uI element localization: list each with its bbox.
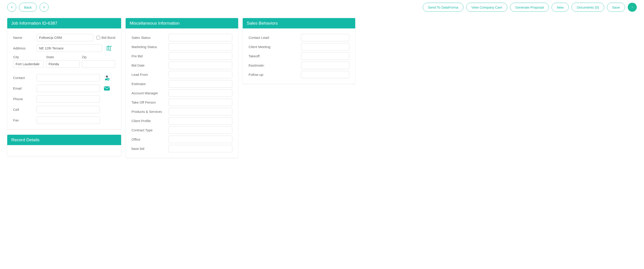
sales-status-label: Sales Status xyxy=(132,36,166,39)
pre-bid-input[interactable] xyxy=(168,52,232,60)
email-input[interactable] xyxy=(36,85,100,92)
office-label: Office xyxy=(132,137,166,141)
estimate-input[interactable] xyxy=(301,62,349,69)
job-information-title: Job Information ID-6387 xyxy=(7,18,121,28)
take-off-person-input[interactable] xyxy=(168,99,232,106)
email-icon[interactable] xyxy=(103,86,111,91)
estimate-label: Eastimate: xyxy=(248,63,298,67)
state-label: State xyxy=(46,55,80,59)
new-button[interactable]: New xyxy=(552,3,569,12)
sales-behaviors-panel: Sales Behaviors Contact Lead: Client Mee… xyxy=(243,18,355,84)
marketing-status-label: Marketing Status xyxy=(132,45,166,49)
cell-input[interactable] xyxy=(36,106,100,113)
bid-bond-checkbox[interactable] xyxy=(96,36,100,39)
lead-from-label: Lead From xyxy=(132,73,166,76)
send-dataforma-button[interactable]: Send To DataForma xyxy=(423,3,464,12)
phone-label: Phone xyxy=(13,97,34,101)
account-manager-label: Account Manager xyxy=(132,91,166,95)
follow-up-input[interactable] xyxy=(301,71,349,78)
contact-lead-label: Contact Lead: xyxy=(248,36,298,39)
add-contact-icon[interactable] xyxy=(103,75,111,81)
takeoff-input[interactable] xyxy=(301,52,349,60)
sales-behaviors-title: Sales Behaviors xyxy=(243,18,355,28)
phone-input[interactable] xyxy=(36,95,100,103)
email-label: Email xyxy=(13,86,34,90)
bid-date-input[interactable] xyxy=(168,62,232,69)
record-details-title: Record Details xyxy=(7,135,121,145)
address-input[interactable] xyxy=(36,44,102,52)
contact-lead-input[interactable] xyxy=(301,34,349,41)
more-dropdown-button[interactable] xyxy=(628,3,637,12)
contact-input[interactable] xyxy=(36,74,100,81)
account-manager-input[interactable] xyxy=(168,89,232,97)
follow-up-label: Follow up: xyxy=(248,73,298,76)
estimator-input[interactable] xyxy=(168,80,232,88)
base-bid-label: base bid xyxy=(132,147,166,151)
state-input[interactable] xyxy=(46,60,80,68)
lead-from-input[interactable] xyxy=(168,71,232,78)
caret-down-icon xyxy=(631,6,634,8)
estimator-label: Estimator xyxy=(132,82,166,86)
topbar: Back Send To DataForma View Company Cam … xyxy=(7,3,637,12)
job-information-panel: Job Information ID-6387 Name Bid Bond xyxy=(7,18,121,129)
save-button[interactable]: Save xyxy=(607,3,625,12)
client-meeting-label: Client Meeting: xyxy=(248,45,298,49)
products-services-input[interactable] xyxy=(168,108,232,115)
svg-rect-2 xyxy=(104,86,110,90)
nav-next-button[interactable] xyxy=(40,3,48,12)
fax-label: Fax xyxy=(13,118,34,122)
city-input[interactable] xyxy=(13,60,44,68)
generate-proposal-button[interactable]: Generate Proposal xyxy=(510,3,549,12)
topbar-left: Back xyxy=(7,3,48,12)
take-off-person-label: Take Off Person xyxy=(132,100,166,104)
fax-input[interactable] xyxy=(36,116,100,124)
contract-type-label: Contract Type xyxy=(132,128,166,132)
sales-status-input[interactable] xyxy=(168,34,232,41)
chevron-right-icon xyxy=(42,6,46,9)
client-profile-input[interactable] xyxy=(168,117,232,125)
zip-input[interactable] xyxy=(82,60,115,68)
base-bid-input[interactable] xyxy=(168,145,232,152)
back-button[interactable]: Back xyxy=(19,3,37,12)
zip-label: Zip xyxy=(82,55,115,59)
address-label: Address xyxy=(13,46,34,50)
view-company-cam-button[interactable]: View Company Cam xyxy=(466,3,507,12)
name-label: Name xyxy=(13,36,34,39)
bid-bond-text: Bid Bond xyxy=(102,36,115,39)
client-profile-label: Client Profile xyxy=(132,119,166,123)
name-input[interactable] xyxy=(36,34,93,41)
map-icon[interactable] xyxy=(105,45,113,51)
marketing-status-input[interactable] xyxy=(168,43,232,50)
contact-label: Contact xyxy=(13,76,34,80)
office-input[interactable] xyxy=(168,136,232,143)
nav-prev-button[interactable] xyxy=(7,3,16,12)
client-meeting-input[interactable] xyxy=(301,43,349,50)
products-services-label: Products & Services xyxy=(132,110,166,113)
contract-type-input[interactable] xyxy=(168,126,232,134)
record-details-panel: Record Details xyxy=(7,135,121,156)
cell-label: Cell xyxy=(13,108,34,111)
topbar-right: Send To DataForma View Company Cam Gener… xyxy=(423,3,637,12)
misc-info-panel: Miscellaneous Information Sales Status M… xyxy=(126,18,238,158)
svg-point-0 xyxy=(106,75,108,77)
pre-bid-label: Pre Bid xyxy=(132,54,166,58)
misc-info-title: Miscellaneous Information xyxy=(126,18,238,28)
chevron-left-icon xyxy=(10,6,13,9)
documents-button[interactable]: Documents (0) xyxy=(572,3,604,12)
city-label: City xyxy=(13,55,44,59)
bid-date-label: Bid Date xyxy=(132,63,166,67)
takeoff-label: Takeoff: xyxy=(248,54,298,58)
bid-bond-label[interactable]: Bid Bond xyxy=(96,36,115,39)
